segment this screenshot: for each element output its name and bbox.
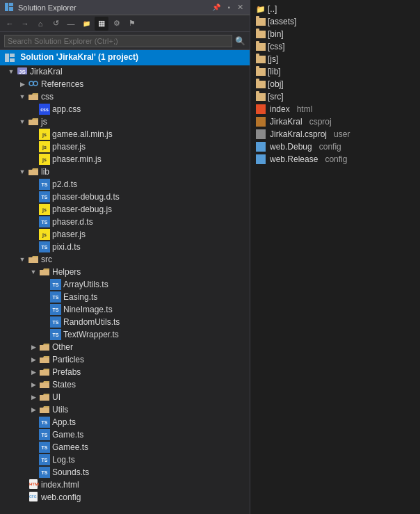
fe-dotdot-icon: 📁 — [256, 5, 266, 14]
randomutils-file[interactable]: TS RandomUtils.ts — [0, 316, 250, 328]
project-icon: JS — [17, 65, 28, 79]
src-folder[interactable]: ▼ src — [0, 253, 250, 266]
gamee-js-label: gamee.all.min.js — [52, 129, 113, 139]
project-item[interactable]: ▼ JS JirkaKral — [0, 65, 250, 78]
phaser-debug-js-label: phaser-debug.js — [52, 204, 112, 214]
other-folder[interactable]: ▶ Other — [0, 341, 250, 353]
phaser-js-lib-file[interactable]: js phaser.js — [0, 228, 250, 241]
fe-obj-folder-icon — [256, 81, 266, 88]
js-label: js — [41, 117, 47, 127]
src-label: src — [41, 255, 52, 264]
close-icon[interactable]: ✕ — [235, 2, 245, 13]
svg-text:JS: JS — [19, 69, 26, 75]
ui-folder[interactable]: ▶ UI — [0, 391, 250, 403]
game-ts-file[interactable]: TS Game.ts — [0, 428, 250, 441]
phaser-debug-dts-label: phaser-debug.d.ts — [52, 192, 120, 202]
pixi-dts-file[interactable]: TS pixi.d.ts — [0, 241, 250, 253]
lib-folder-icon — [28, 166, 39, 177]
phaser-debug-js-file[interactable]: js phaser-debug.js — [0, 203, 250, 216]
gamee-ts-label: Gamee.ts — [52, 442, 88, 452]
app-css-file[interactable]: css app.css — [0, 103, 250, 115]
prefabs-folder[interactable]: ▶ Prefabs — [0, 366, 250, 378]
phaser-js-lib-label: phaser.js — [52, 230, 86, 239]
fe-assets-folder[interactable]: [assets] — [250, 15, 420, 28]
ts-badge-randomutils: TS — [50, 316, 61, 328]
web-config-file[interactable]: CFG web.config — [0, 491, 250, 504]
web-config-label: web.config — [41, 492, 81, 502]
collapse-button[interactable]: — — [64, 17, 78, 31]
fe-index-html[interactable]: index html — [250, 103, 420, 115]
solution-header[interactable]: Solution 'JirkaKral' (1 project) — [0, 50, 250, 65]
ui-arrow: ▶ — [28, 394, 39, 401]
log-ts-label: Log.ts — [52, 455, 75, 465]
p2-dts-file[interactable]: TS p2.d.ts — [0, 178, 250, 191]
helpers-arrow: ▼ — [28, 268, 39, 275]
fe-web-debug-label: web.Debug — [270, 142, 312, 152]
phaser-js-file[interactable]: js phaser.js — [0, 140, 250, 153]
settings-button[interactable]: ⚙ — [110, 17, 124, 31]
fe-lib-label: [lib] — [268, 67, 281, 77]
easing-file[interactable]: TS Easing.ts — [0, 291, 250, 303]
fe-js-label: [js] — [268, 54, 278, 64]
phaser-dts-file[interactable]: TS phaser.d.ts — [0, 216, 250, 228]
svg-text:CFG: CFG — [29, 495, 37, 499]
other-folder-icon — [39, 342, 50, 353]
fe-csproj-label: JirkaKral — [270, 117, 302, 127]
forward-button[interactable]: → — [18, 17, 32, 31]
app-css-label: app.css — [52, 104, 81, 114]
nineimage-label: NineImage.ts — [63, 305, 113, 314]
sounds-ts-file[interactable]: TS Sounds.ts — [0, 466, 250, 479]
css-folder[interactable]: ▼ css — [0, 90, 250, 103]
ts-badge-textwrapper: TS — [50, 329, 61, 340]
particles-folder[interactable]: ▶ Particles — [0, 353, 250, 366]
fe-css-folder-icon — [256, 43, 266, 51]
phaser-debug-dts-file[interactable]: TS phaser-debug.d.ts — [0, 191, 250, 203]
fe-csproj-user-label: JirkaKral.csproj — [270, 129, 327, 139]
nineimage-file[interactable]: TS NineImage.ts — [0, 303, 250, 316]
fe-css-folder[interactable]: [css] — [250, 40, 420, 53]
phaser-min-js-file[interactable]: js phaser.min.js — [0, 153, 250, 166]
fe-csproj[interactable]: JirkaKral csproj — [250, 115, 420, 128]
fe-dotdot[interactable]: 📁 [..] — [250, 3, 420, 15]
fe-web-release[interactable]: web.Release config — [250, 153, 420, 166]
fe-src-folder[interactable]: [src] — [250, 90, 420, 103]
lib-folder[interactable]: ▼ lib — [0, 166, 250, 178]
css-arrow: ▼ — [17, 93, 28, 100]
svg-rect-4 — [10, 54, 15, 57]
pin-icon[interactable]: 📌 — [210, 3, 223, 12]
textwrapper-label: TextWrapper.ts — [63, 330, 119, 339]
show-all-files-button[interactable]: 📁 — [79, 17, 93, 31]
search-icon[interactable]: 🔍 — [235, 36, 245, 46]
undock-icon[interactable]: ▪ — [225, 3, 232, 12]
helpers-folder[interactable]: ▼ Helpers — [0, 266, 250, 278]
fe-lib-folder[interactable]: [lib] — [250, 65, 420, 78]
home-button[interactable]: ⌂ — [33, 17, 47, 31]
index-html-file[interactable]: HTML index.html — [0, 479, 250, 491]
gamee-ts-file[interactable]: TS Gamee.ts — [0, 441, 250, 453]
title-bar-text: Solution Explorer — [18, 3, 206, 12]
states-folder[interactable]: ▶ States — [0, 378, 250, 391]
fe-web-debug[interactable]: web.Debug config — [250, 140, 420, 153]
app-ts-file[interactable]: TS App.ts — [0, 416, 250, 428]
references-item[interactable]: ▶ References — [0, 78, 250, 90]
fe-js-folder[interactable]: [js] — [250, 53, 420, 65]
back-button[interactable]: ← — [3, 17, 17, 31]
fe-obj-folder[interactable]: [obj] — [250, 78, 420, 90]
pixi-dts-label: pixi.d.ts — [52, 242, 81, 252]
log-ts-file[interactable]: TS Log.ts — [0, 453, 250, 466]
gamee-js-file[interactable]: js gamee.all.min.js — [0, 128, 250, 140]
active-flag[interactable]: ⚑ — [125, 17, 139, 31]
search-input[interactable] — [4, 35, 232, 47]
prefabs-label: Prefabs — [52, 367, 81, 377]
active-button[interactable]: ▦ — [95, 17, 108, 31]
arrayutils-file[interactable]: TS ArrayUtils.ts — [0, 278, 250, 291]
refresh-button[interactable]: ↺ — [49, 17, 63, 31]
lib-label: lib — [41, 167, 49, 177]
js-folder[interactable]: ▼ js — [0, 115, 250, 128]
fe-bin-folder[interactable]: [bin] — [250, 28, 420, 40]
fe-csproj-user[interactable]: JirkaKral.csproj user — [250, 128, 420, 140]
tree-content: ▼ JS JirkaKral ▶ References — [0, 65, 250, 514]
phaser-js-label: phaser.js — [52, 142, 86, 152]
utils-folder[interactable]: ▶ Utils — [0, 403, 250, 416]
textwrapper-file[interactable]: TS TextWrapper.ts — [0, 328, 250, 341]
